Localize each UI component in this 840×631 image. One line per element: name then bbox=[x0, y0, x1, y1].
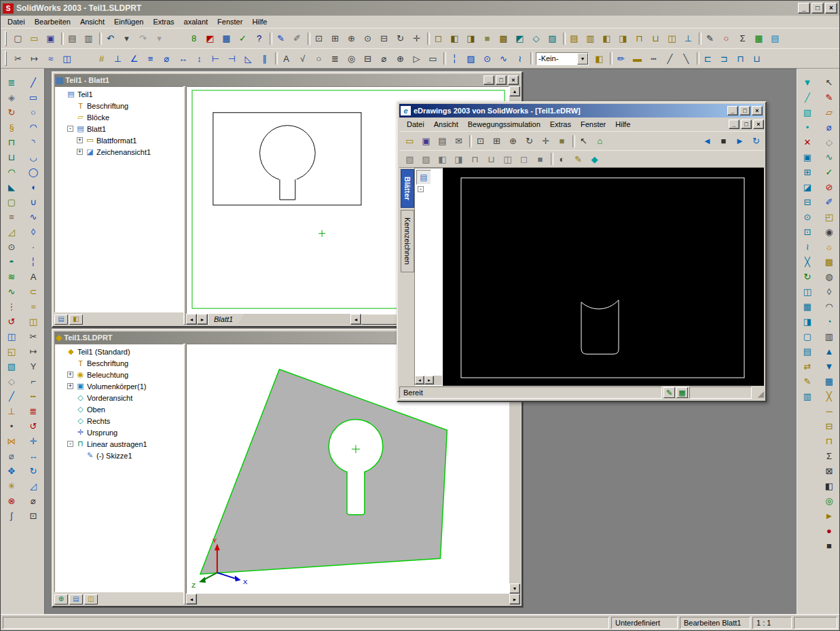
bottom-view-icon[interactable]: ⊔ bbox=[648, 31, 663, 46]
mirror-feature-icon[interactable]: ◫ bbox=[5, 329, 19, 343]
zoom-in-out-icon[interactable]: ⊕ bbox=[344, 31, 359, 46]
sheet-format-tool-icon[interactable]: ▥ bbox=[801, 389, 815, 403]
linear-sketch-pattern-icon[interactable]: ≣ bbox=[26, 404, 41, 418]
curvature-comb-icon[interactable]: ∿ bbox=[822, 150, 837, 164]
sheet-thumbnail-icon[interactable]: ▤ bbox=[416, 170, 431, 185]
exploded-view-icon[interactable]: ✳ bbox=[5, 479, 19, 492]
rectangle-sketch-icon[interactable]: ▭ bbox=[26, 90, 41, 104]
tree-item[interactable]: + ▭ Blattformat1 bbox=[55, 134, 183, 146]
horizontal-dimension-icon[interactable]: ↔ bbox=[175, 51, 191, 66]
print-icon[interactable]: ▤ bbox=[65, 31, 80, 46]
sketch-settings-icon[interactable]: ⊡ bbox=[26, 509, 41, 522]
split-entities-icon[interactable]: Y bbox=[26, 359, 41, 373]
drawing-minimize-button[interactable]: _ bbox=[483, 75, 494, 85]
new-icon[interactable]: ▢ bbox=[10, 31, 26, 46]
menu-item[interactable]: Fenster bbox=[576, 119, 610, 130]
scroll-right-icon[interactable]: ► bbox=[424, 376, 434, 384]
stop-icon[interactable]: ■ bbox=[716, 134, 731, 149]
cross-section-icon[interactable]: ◆ bbox=[587, 151, 602, 166]
hide-edge-icon[interactable]: ╱ bbox=[662, 51, 678, 66]
menu-item[interactable]: Einfügen bbox=[109, 16, 148, 27]
equations-icon[interactable]: Σ bbox=[735, 31, 750, 46]
layer-properties-icon[interactable]: ◧ bbox=[591, 51, 607, 66]
reference-plane-icon[interactable]: ◇ bbox=[5, 374, 19, 388]
angle-dimension-icon[interactable]: ∠ bbox=[126, 51, 142, 66]
tree-expander[interactable]: + bbox=[67, 383, 73, 389]
extrude-cut-icon[interactable]: ⊔ bbox=[5, 150, 19, 164]
scroll-up-icon[interactable]: ▲ bbox=[509, 86, 520, 96]
edit-color-icon[interactable]: ◩ bbox=[202, 31, 218, 46]
feature-manager-tab-icon[interactable]: ⊕ bbox=[54, 594, 68, 605]
document-restore-button[interactable]: □ bbox=[741, 120, 752, 129]
toolbar-drag-handle[interactable] bbox=[5, 51, 7, 66]
move-component-icon[interactable]: ✥ bbox=[5, 464, 19, 477]
measure-icon[interactable]: ⌀ bbox=[5, 449, 19, 463]
align-top-icon[interactable]: ⊓ bbox=[733, 51, 748, 66]
helix-icon[interactable]: § bbox=[5, 120, 19, 134]
menu-item[interactable]: Ansicht bbox=[429, 119, 463, 130]
sensors-icon[interactable]: ◎ bbox=[822, 494, 837, 507]
home-icon[interactable]: ⌂ bbox=[592, 134, 608, 149]
offset-entities-icon[interactable]: ≈ bbox=[43, 51, 58, 66]
break-line-icon[interactable]: ≀ bbox=[512, 51, 528, 66]
zoom-fit-icon[interactable]: ⊡ bbox=[473, 134, 488, 149]
edrawings-canvas[interactable] bbox=[443, 168, 764, 386]
scale-feature-icon[interactable]: ◱ bbox=[5, 344, 19, 358]
face-classification-icon[interactable]: ▦ bbox=[822, 374, 837, 388]
menu-item[interactable]: Ansicht bbox=[75, 16, 109, 27]
align-right-icon[interactable]: ⊐ bbox=[716, 51, 732, 66]
run-macro-icon[interactable]: ► bbox=[822, 509, 837, 522]
perspective-icon[interactable]: ◇ bbox=[528, 31, 544, 46]
hidden-lines-removed-icon[interactable]: ◨ bbox=[463, 31, 479, 46]
align-left-icon[interactable]: ⊏ bbox=[700, 51, 716, 66]
property-manager-tab-icon[interactable]: ◧ bbox=[69, 314, 83, 325]
hidden-lines-visible-icon[interactable]: ◧ bbox=[447, 31, 462, 46]
save-icon[interactable]: ▣ bbox=[43, 31, 58, 46]
context-help-icon[interactable]: ? bbox=[251, 31, 267, 46]
chamfer-dimension-icon[interactable]: ◺ bbox=[240, 51, 256, 66]
zoom-selection-icon[interactable]: ⊙ bbox=[360, 31, 376, 46]
side-tab[interactable]: Blätter bbox=[401, 169, 414, 208]
centerline-icon[interactable]: ╎ bbox=[447, 51, 462, 66]
rib-icon[interactable]: ≡ bbox=[5, 210, 19, 223]
relative-view-icon[interactable]: ◨ bbox=[801, 314, 815, 328]
menu-item[interactable]: Bewegungssimulation bbox=[463, 119, 545, 130]
centerpoint-arc-icon[interactable]: ◠ bbox=[26, 120, 41, 134]
auxiliary-view-icon[interactable]: ◪ bbox=[801, 180, 815, 194]
record-macro-icon[interactable]: ● bbox=[822, 524, 837, 537]
tree-item[interactable]: ✎ (-) Skizze1 bbox=[55, 450, 183, 461]
center-mark-icon[interactable]: ⊕ bbox=[392, 51, 408, 66]
markup-icon[interactable]: ✎ bbox=[570, 151, 586, 166]
circular-sketch-pattern-icon[interactable]: ↺ bbox=[26, 419, 41, 433]
shaded-view-icon[interactable]: ■ bbox=[532, 151, 548, 166]
cosmetic-thread-icon[interactable]: ∿ bbox=[496, 51, 511, 66]
mirror-sketch-icon[interactable]: ◫ bbox=[26, 314, 41, 328]
tree-item[interactable]: + ◉ Beleuchtung bbox=[55, 369, 183, 380]
check-icon[interactable]: ✓ bbox=[822, 165, 837, 179]
edrawings-minimize-button[interactable]: _ bbox=[727, 106, 738, 115]
tree-item[interactable]: ▱ Blöcke bbox=[55, 111, 183, 123]
send-icon[interactable]: ✉ bbox=[451, 134, 467, 149]
trim-icon[interactable]: ✂ bbox=[10, 51, 26, 66]
mate-icon[interactable]: ⋈ bbox=[5, 434, 19, 448]
sheet-tab[interactable]: Blatt1 bbox=[208, 314, 244, 325]
tree-item[interactable]: + ◪ Zeichenansicht1 bbox=[55, 146, 183, 158]
maximize-button[interactable]: □ bbox=[811, 3, 824, 14]
isometric-view-icon[interactable]: ◫ bbox=[500, 151, 515, 166]
rotate-icon[interactable]: ↻ bbox=[522, 134, 537, 149]
menu-item[interactable]: Fenster bbox=[213, 16, 247, 27]
smart-dimension-icon[interactable]: ⌀ bbox=[26, 494, 41, 507]
bottom-view-icon[interactable]: ⊔ bbox=[483, 151, 499, 166]
open-icon[interactable]: ▭ bbox=[26, 31, 42, 46]
layer-dropdown[interactable]: -Kein- ▼ bbox=[536, 52, 589, 65]
core-icon[interactable]: ⊓ bbox=[822, 434, 837, 448]
tree-item[interactable]: ◆ Teil1 (Standard) bbox=[55, 346, 183, 357]
menu-item[interactable]: Hilfe bbox=[610, 119, 635, 130]
sketch-icon[interactable]: ✎ bbox=[273, 31, 289, 46]
convert-entities-icon[interactable]: ⊂ bbox=[26, 285, 41, 298]
extend-sketch-icon[interactable]: ↦ bbox=[26, 344, 41, 358]
transparency-icon[interactable]: ◍ bbox=[822, 270, 837, 283]
menu-item[interactable]: axalant bbox=[179, 16, 213, 27]
sweep-icon[interactable]: ∿ bbox=[5, 285, 19, 298]
left-view-icon[interactable]: ◧ bbox=[599, 31, 615, 46]
